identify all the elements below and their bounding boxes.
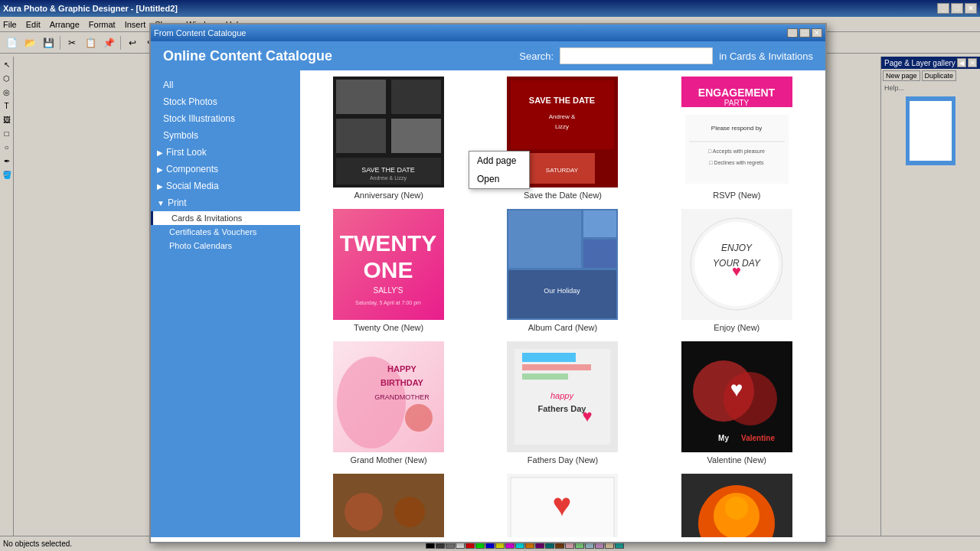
svg-rect-49	[522, 353, 576, 362]
menu-insert[interactable]: Insert	[125, 20, 146, 29]
svg-text:BIRTHDAY: BIRTHDAY	[381, 378, 423, 387]
grandma-svg: HAPPY BIRTHDAY GRANDMOTHER	[333, 341, 444, 452]
sidebar-item-stock-photos[interactable]: Stock Photos	[151, 93, 300, 110]
svg-text:Our Holiday: Our Holiday	[544, 287, 581, 295]
sidebar-section-first-look[interactable]: ▶ First Look	[151, 144, 300, 161]
page-thumb	[910, 101, 952, 161]
dialog-title-buttons: _ □ ✕	[787, 28, 822, 37]
page-gallery	[881, 93, 980, 168]
svg-rect-31	[583, 210, 616, 237]
save-btn[interactable]: 💾	[40, 34, 57, 51]
svg-text:Fathers Day: Fathers Day	[538, 404, 587, 413]
panel-close-btn[interactable]: ✕	[968, 58, 977, 67]
context-open[interactable]: Open	[469, 170, 529, 188]
search-input[interactable]	[560, 47, 713, 64]
sidebar-section-print[interactable]: ▼ Print	[151, 194, 300, 211]
node-tool[interactable]: ⬡	[1, 72, 13, 84]
thumb-fathers: happy Fathers Day ♥	[507, 341, 618, 452]
pen-tool[interactable]: ✒	[1, 155, 13, 167]
open-btn[interactable]: 📂	[21, 34, 38, 51]
panel-pin-btn[interactable]: ◀	[957, 58, 966, 67]
paste-btn[interactable]: 📌	[100, 34, 117, 51]
thumb-album: Our Holiday	[507, 209, 618, 320]
label-album: Album Card (New)	[528, 323, 597, 332]
close-button[interactable]: ✕	[965, 3, 977, 14]
duplicate-tab[interactable]: Duplicate	[922, 70, 957, 81]
item-iloveyou[interactable]: ♥ I love you I love you (New)	[480, 474, 645, 537]
menu-file[interactable]: File	[3, 20, 17, 29]
label-grandma: Grand Mother (New)	[351, 455, 427, 465]
cut-btn[interactable]: ✂	[64, 34, 80, 51]
contour-tool[interactable]: ◎	[1, 86, 13, 98]
item-congrats[interactable]: Many Congratulations Congratulations (Ne…	[306, 474, 471, 537]
item-album[interactable]: Our Holiday Album Card (New)	[480, 209, 645, 332]
item-fathers[interactable]: happy Fathers Day ♥ Fathers Day (New)	[480, 341, 645, 465]
sidebar: All Stock Photos Stock Illustrations Sym…	[151, 70, 300, 537]
label-anniversary: Anniversary (New)	[354, 191, 423, 200]
dialog-minimize[interactable]: _	[787, 28, 798, 37]
svg-text:♥: ♥	[730, 377, 743, 401]
photo-tool[interactable]: 🖼	[1, 113, 13, 126]
search-in-label: in Cards & Invitations	[719, 51, 813, 62]
svg-text:□ Accepts with pleasure: □ Accepts with pleasure	[708, 148, 765, 155]
thumb-congrats: Many Congratulations	[333, 474, 444, 537]
sidebar-item-symbols[interactable]: Symbols	[151, 127, 300, 144]
thumb-valentine: My Valentine ♥	[681, 341, 792, 452]
item-getwell[interactable]: GET WELL SOON Get Well (New)	[655, 474, 819, 537]
item-enjoy[interactable]: ENJOY YOUR DAY ♥ Enjoy (New)	[655, 209, 819, 332]
fathers-svg: happy Fathers Day ♥	[507, 341, 618, 452]
sidebar-section-social-media[interactable]: ▶ Social Media	[151, 178, 300, 194]
svg-text:SATURDAY: SATURDAY	[546, 167, 579, 174]
item-rsvp[interactable]: ENGAGEMENT PARTY Please respond by □ Acc…	[655, 77, 819, 200]
rsvp-svg: ENGAGEMENT PARTY Please respond by □ Acc…	[681, 77, 792, 187]
item-valentine[interactable]: My Valentine ♥ Valentine (New)	[655, 341, 819, 465]
dialog-close[interactable]: ✕	[812, 28, 822, 37]
dialog-maximize[interactable]: □	[799, 28, 810, 37]
svg-text:happy: happy	[550, 391, 574, 400]
sidebar-section-print-label: Print	[168, 197, 187, 208]
new-page-tab[interactable]: New page	[883, 70, 920, 81]
dialog-body: All Stock Photos Stock Illustrations Sym…	[151, 70, 825, 537]
svg-text:Valentine: Valentine	[741, 434, 775, 442]
selector-tool[interactable]: ↖	[1, 58, 13, 70]
menu-arrange[interactable]: Arrange	[50, 20, 80, 29]
rect-tool[interactable]: □	[1, 127, 13, 139]
svg-text:♥: ♥	[732, 262, 741, 279]
dialog-header: Online Content Catalogue Search: in Card…	[151, 41, 825, 70]
item-grandma[interactable]: HAPPY BIRTHDAY GRANDMOTHER Grand Mother …	[306, 341, 471, 465]
content-grid: SAVE THE DATE Andrew & Lizzy Anniversary…	[306, 77, 819, 537]
thumb-twentyone: TWENTY ONE SALLY'S Saturday, 5 April at …	[333, 209, 444, 320]
maximize-button[interactable]: □	[951, 3, 963, 14]
label-valentine: Valentine (New)	[707, 455, 766, 465]
sidebar-sub-cards[interactable]: Cards & Invitations	[151, 211, 300, 225]
sidebar-item-stock-illustrations[interactable]: Stock Illustrations	[151, 110, 300, 127]
catalogue-title: Online Content Catalogue	[163, 48, 332, 64]
app-title: Xara Photo & Graphic Designer - [Untitle…	[3, 4, 178, 13]
copy-btn[interactable]: 📋	[82, 34, 99, 51]
svg-text:Saturday, 5 April at 7:00 pm: Saturday, 5 April at 7:00 pm	[355, 300, 421, 306]
undo-btn[interactable]: ↩	[124, 34, 141, 51]
item-twentyone[interactable]: TWENTY ONE SALLY'S Saturday, 5 April at …	[306, 209, 471, 332]
text-tool[interactable]: T	[1, 99, 13, 112]
label-twentyone: Twenty One (New)	[354, 323, 423, 332]
sidebar-section-components-label: Components	[166, 164, 218, 174]
sidebar-section-components[interactable]: ▶ Components	[151, 161, 300, 178]
sidebar-sub-certs[interactable]: Certificates & Vouchers	[151, 225, 300, 239]
chevron-down-icon: ▼	[157, 199, 165, 207]
svg-rect-50	[522, 364, 591, 370]
context-add-page[interactable]: Add page	[469, 152, 529, 170]
menu-format[interactable]: Format	[89, 20, 116, 29]
ellipse-tool[interactable]: ○	[1, 141, 13, 153]
sidebar-sub-calendars[interactable]: Photo Calendars	[151, 239, 300, 253]
new-btn[interactable]: 📄	[3, 34, 20, 51]
sidebar-item-all[interactable]: All	[151, 77, 300, 93]
svg-rect-3	[336, 119, 386, 153]
congrats-svg: Many Congratulations	[333, 474, 444, 537]
right-panel: Page & Layer gallery ◀ ✕ New page Duplic…	[880, 57, 980, 536]
svg-text:PARTY: PARTY	[724, 99, 750, 107]
title-bar-buttons: _ □ ✕	[937, 3, 977, 14]
fill-tool[interactable]: 🪣	[1, 168, 13, 181]
menu-edit[interactable]: Edit	[26, 20, 41, 29]
item-anniversary[interactable]: SAVE THE DATE Andrew & Lizzy Anniversary…	[306, 77, 471, 200]
minimize-button[interactable]: _	[937, 3, 949, 14]
